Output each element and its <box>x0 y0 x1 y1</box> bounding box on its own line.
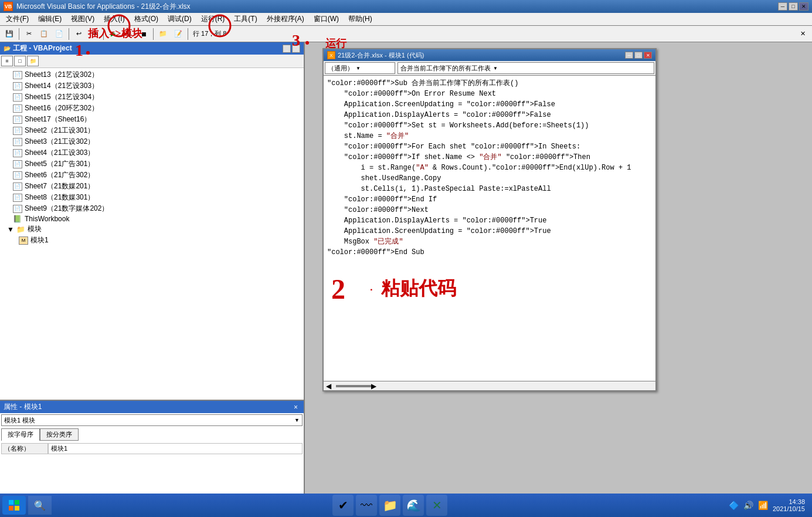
toolbar-props-btn[interactable]: 📝 <box>171 28 185 40</box>
code-proc-dropdown[interactable]: 合并当前工作簿下的所有工作表 ▼ <box>397 62 654 74</box>
taskbar-icons: ✔ 〰 📁 🌊 ✕ <box>52 495 729 516</box>
tree-modules-folder[interactable]: ▼ 📁 模块 <box>1 224 303 235</box>
code-line: Application.ScreenUpdating = "color:#000… <box>327 99 652 110</box>
taskbar-clock[interactable]: 14:38 2021/10/15 <box>773 498 805 512</box>
view-code-btn[interactable]: ≡ <box>1 56 13 66</box>
tree-sheet-8[interactable]: 📄 Sheet8（21数媒301） <box>1 192 303 203</box>
code-window-title: 21级2-合并.xlsx - 模块1 (代码) <box>338 51 424 60</box>
sheet-3-label: Sheet3（21工设302） <box>25 137 94 147</box>
taskbar-edge-icon[interactable]: 🌊 <box>403 495 424 516</box>
svg-rect-1 <box>15 500 19 505</box>
menu-debug[interactable]: 调试(D) <box>163 13 196 25</box>
tree-sheet-6[interactable]: 📄 Sheet6（21广告302） <box>1 170 303 181</box>
folder-icon: 📁 <box>16 225 25 234</box>
menu-insert[interactable]: 插入(I) <box>99 13 129 25</box>
toolbar-close-pane-btn[interactable]: ✕ <box>796 28 810 40</box>
tray-bluetooth-icon[interactable]: 🔷 <box>729 501 739 510</box>
tray-network-icon[interactable]: 📶 <box>758 501 768 510</box>
tree-this-workbook[interactable]: 📗 ThisWorkbook <box>1 214 303 224</box>
taskbar-tasks-icon[interactable]: ✔ <box>332 495 354 516</box>
props-table: （名称） 模块1 <box>1 443 303 454</box>
tree-sheet-4[interactable]: 📄 Sheet4（21工设303） <box>1 147 303 158</box>
toggle-folders-btn[interactable]: 📁 <box>27 56 39 66</box>
project-maximize-btn[interactable]: □ <box>292 45 300 53</box>
maximize-button[interactable]: □ <box>789 2 798 11</box>
tree-sheet-9[interactable]: 📄 Sheet9（21数字媒体202） <box>1 203 303 214</box>
taskbar-explorer-icon[interactable]: 📁 <box>379 495 400 516</box>
taskbar-cortana-icon[interactable]: 〰 <box>356 495 377 516</box>
props-close-btn[interactable]: × <box>291 403 300 411</box>
sheet-15-label: Sheet15（21艺设304） <box>25 92 98 102</box>
toolbar-cut-btn[interactable]: ✂ <box>22 28 36 40</box>
toolbar-sep-2 <box>69 28 69 40</box>
toolbar-copy-btn[interactable]: 📋 <box>37 28 51 40</box>
tree-sheet-7[interactable]: 📄 Sheet7（21数媒201） <box>1 181 303 192</box>
tree-sheet-16[interactable]: 📄 Sheet16（20环艺302） <box>1 103 303 114</box>
props-tabs: 按字母序 按分类序 <box>1 428 303 441</box>
search-button[interactable]: 🔍 <box>28 496 52 515</box>
menu-edit[interactable]: 编辑(E) <box>33 13 66 25</box>
taskbar-excel-icon[interactable]: ✕ <box>426 495 447 516</box>
toolbar-paste-btn[interactable]: 📄 <box>52 28 66 40</box>
sheet-9-label: Sheet9（21数字媒体202） <box>25 204 108 214</box>
code-line: "color:#0000ff">On Error Resume Next <box>327 89 652 99</box>
taskbar-tray: 🔷 🔊 📶 14:38 2021/10/15 <box>729 498 810 512</box>
close-button[interactable]: ✕ <box>799 2 808 11</box>
sheet-icon: 📄 <box>13 71 22 79</box>
scroll-bar[interactable] <box>336 385 371 387</box>
code-object-arrow: ▼ <box>356 66 361 71</box>
menu-run[interactable]: 运行(R) <box>196 13 230 25</box>
sheet-4-label: Sheet4（21工设303） <box>25 148 94 158</box>
tree-sheet-15[interactable]: 📄 Sheet15（21艺设304） <box>1 92 303 103</box>
menu-addins[interactable]: 外接程序(A) <box>262 13 309 25</box>
svg-rect-3 <box>15 506 19 511</box>
code-title-bar: X 21级2-合并.xlsx - 模块1 (代码) ─ □ ✕ <box>324 49 655 61</box>
toolbar-run-btn[interactable]: ▶ <box>106 28 120 40</box>
code-minimize-btn[interactable]: ─ <box>625 52 633 59</box>
code-restore-btn[interactable]: □ <box>634 52 643 59</box>
code-toolbar: （通用） ▼ 合并当前工作簿下的所有工作表 ▼ <box>324 61 655 76</box>
menu-tools[interactable]: 工具(T) <box>229 13 261 25</box>
menu-window[interactable]: 窗口(W) <box>309 13 344 25</box>
project-minimize-btn[interactable]: _ <box>283 45 291 53</box>
code-object-dropdown[interactable]: （通用） ▼ <box>325 62 395 74</box>
sheet-icon: 📄 <box>13 116 22 124</box>
title-bar: VB Microsoft Visual Basic for Applicatio… <box>0 0 812 13</box>
toolbar-undo-btn[interactable]: ↩ <box>72 28 86 40</box>
toolbar-redo-btn[interactable]: ↪ <box>87 28 101 40</box>
code-line: "color:#0000ff">Set st = Worksheets.Add(… <box>327 120 652 131</box>
menu-view[interactable]: 视图(V) <box>66 13 99 25</box>
props-selector[interactable]: 模块1 模块 ▼ <box>1 414 303 426</box>
main-window: VB Microsoft Visual Basic for Applicatio… <box>0 0 812 517</box>
menu-file[interactable]: 文件(F) <box>1 13 33 25</box>
tree-sheet-2[interactable]: 📄 Sheet2（21工设301） <box>1 125 303 136</box>
code-line: Application.DisplayAlerts = "color:#0000… <box>327 215 652 226</box>
toolbar-break-btn[interactable]: ⏸ <box>121 28 135 40</box>
tree-sheet-5[interactable]: 📄 Sheet5（21广告301） <box>1 158 303 170</box>
tree-module1[interactable]: M 模块1 <box>1 235 303 246</box>
view-object-btn[interactable]: □ <box>14 56 26 66</box>
tree-sheet-3[interactable]: 📄 Sheet3（21工设302） <box>1 136 303 147</box>
code-line: i = st.Range("A" & Rows.Count)."color:#0… <box>327 163 652 173</box>
menu-format[interactable]: 格式(O) <box>130 13 163 25</box>
props-tab-category[interactable]: 按分类序 <box>40 428 79 441</box>
scroll-left-icon: ◀ <box>326 382 331 390</box>
code-editor[interactable]: "color:#0000ff">Sub 合并当前工作簿下的所有工作表() "co… <box>324 76 655 381</box>
toolbar-save-btn[interactable]: 💾 <box>2 28 16 40</box>
tree-sheet-13[interactable]: 📄 Sheet13（21艺设302） <box>1 69 303 80</box>
props-tab-alpha[interactable]: 按字母序 <box>1 428 40 441</box>
tree-sheet-14[interactable]: 📄 Sheet14（21艺设303） <box>1 80 303 92</box>
toolbar-reset-btn[interactable]: ⏹ <box>137 28 151 40</box>
start-button[interactable] <box>2 496 26 515</box>
project-toolbar: ≡ □ 📁 <box>0 55 304 68</box>
code-line: st.Cells(i, 1).PasteSpecial Paste:=xlPas… <box>327 184 652 194</box>
tree-sheet-17[interactable]: 📄 Sheet17（Sheet16） <box>1 114 303 125</box>
props-val-name[interactable]: 模块1 <box>48 443 303 454</box>
menu-help[interactable]: 帮助(H) <box>344 13 377 25</box>
tray-sound-icon[interactable]: 🔊 <box>743 501 753 510</box>
toolbar-position: 行 17，列 8 <box>191 29 229 38</box>
props-row-name: （名称） 模块1 <box>1 443 303 454</box>
minimize-button[interactable]: ─ <box>778 2 787 11</box>
code-close-btn[interactable]: ✕ <box>644 52 652 59</box>
toolbar-project-btn[interactable]: 📁 <box>156 28 170 40</box>
